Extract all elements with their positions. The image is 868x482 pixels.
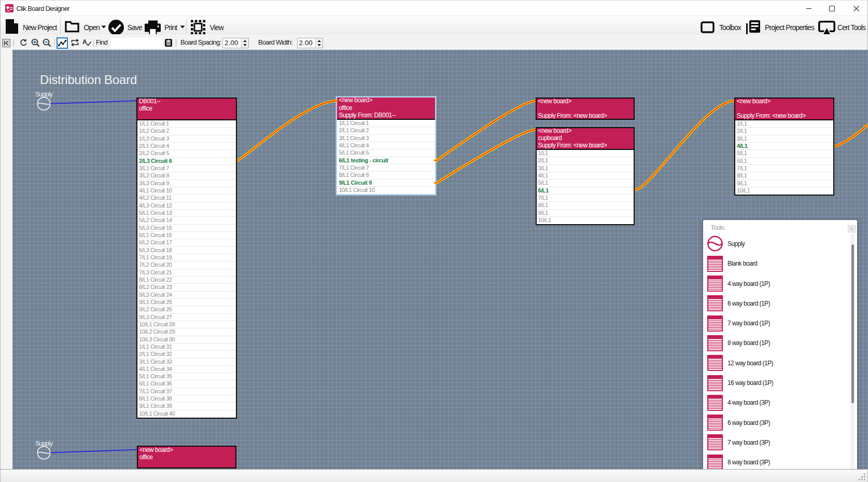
svg-text:A: A <box>82 38 87 46</box>
